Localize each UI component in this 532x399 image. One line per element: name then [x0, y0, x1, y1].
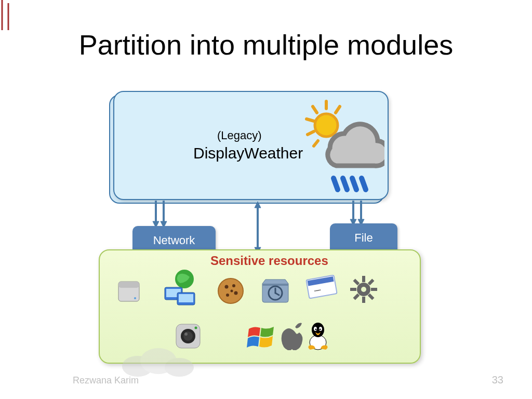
svg-point-65 [315, 329, 317, 330]
sensitive-resources-title: Sensitive resources [210, 254, 328, 268]
svg-line-4 [308, 131, 314, 135]
svg-rect-31 [179, 294, 193, 302]
svg-point-38 [231, 290, 233, 292]
svg-rect-48 [362, 276, 365, 282]
windows-icon [244, 321, 277, 354]
linux-icon [301, 319, 335, 352]
password-icon: ••••• [302, 271, 339, 301]
time-machine-icon [259, 274, 292, 308]
svg-rect-53 [353, 294, 360, 300]
svg-rect-50 [350, 288, 356, 291]
module-name: DisplayWeather [193, 144, 303, 162]
svg-line-1 [313, 107, 317, 113]
arrow-red-right [6, 3, 10, 30]
svg-rect-55 [368, 294, 375, 300]
svg-point-47 [361, 287, 366, 292]
svg-line-2 [336, 107, 340, 113]
arrow-red-left [0, 0, 4, 30]
arrow-top-to-file [348, 201, 369, 227]
cookie-icon [214, 274, 247, 308]
legacy-tag: (Legacy) [217, 129, 262, 142]
gear-icon [347, 273, 380, 306]
arrow-top-to-network [151, 201, 171, 229]
svg-point-59 [184, 332, 188, 336]
svg-point-66 [320, 329, 321, 330]
slide-title: Partition into multiple modules [0, 29, 532, 61]
svg-point-35 [232, 284, 235, 287]
svg-line-9 [352, 178, 356, 190]
arrow-center-bidir [252, 202, 263, 254]
disk-icon [112, 274, 145, 308]
svg-point-26 [134, 297, 136, 299]
svg-rect-54 [353, 278, 360, 285]
svg-line-8 [343, 178, 347, 190]
svg-line-7 [334, 178, 338, 190]
svg-point-58 [183, 331, 193, 341]
weather-icon [301, 96, 384, 195]
network-globe-icon [158, 268, 200, 309]
svg-rect-51 [371, 288, 377, 291]
svg-point-69 [165, 358, 194, 377]
svg-point-60 [195, 327, 197, 329]
svg-line-10 [362, 178, 366, 190]
footer-page-number: 33 [492, 374, 503, 386]
svg-point-37 [226, 294, 229, 297]
svg-point-34 [225, 285, 229, 289]
svg-rect-52 [368, 278, 375, 285]
svg-rect-39 [262, 284, 288, 286]
svg-line-5 [314, 141, 318, 146]
svg-rect-49 [362, 297, 365, 303]
svg-line-3 [307, 119, 314, 121]
svg-rect-25 [118, 282, 139, 288]
footer-author: Rezwana Karim [73, 375, 139, 386]
svg-point-6 [315, 114, 338, 137]
svg-point-36 [234, 291, 238, 295]
